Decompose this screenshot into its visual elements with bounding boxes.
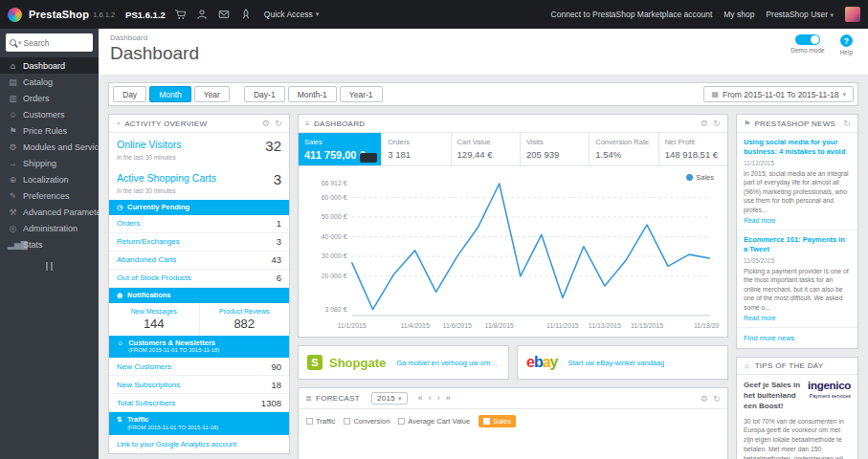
panel-refresh-icon[interactable]: ↻ <box>713 119 721 128</box>
breadcrumb[interactable]: Dashboard <box>110 33 857 42</box>
news-article-title[interactable]: Using social media for your business: 4 … <box>744 138 851 157</box>
customers-row[interactable]: Total Subscribers1308 <box>109 394 289 412</box>
shop-name[interactable]: PS1.6.1.2 <box>125 10 166 20</box>
notification-new-messages[interactable]: New Messages144 <box>109 303 200 336</box>
panel-settings-icon[interactable]: ⚙ <box>701 119 708 128</box>
forecast-legend-traffic[interactable]: Traffic <box>306 417 335 426</box>
forecast-legend-conversion[interactable]: Conversion <box>344 417 389 426</box>
panel-settings-icon[interactable]: ⚙ <box>262 119 270 128</box>
notification-product-reviews[interactable]: Product Reviews882 <box>200 303 290 336</box>
sidebar-item-catalog[interactable]: ▤Catalog <box>0 74 99 90</box>
active-carts-link[interactable]: Active Shopping Carts <box>117 172 216 184</box>
messages-shortcut-icon[interactable] <box>216 7 232 22</box>
sidebar-search[interactable]: ▾ <box>6 33 93 52</box>
customers-row[interactable]: New Customers90 <box>109 358 289 376</box>
metric-tab-sales[interactable]: Sales411 759,00 € <box>299 133 382 165</box>
ebay-link[interactable]: Start uw eBay-winkel vandaag <box>568 359 665 367</box>
shopgate-brand: Shopgate <box>329 356 386 370</box>
pending-row[interactable]: Abandoned Carts43 <box>109 251 289 270</box>
user-menu[interactable]: PrestaShop User ▾ <box>766 10 834 19</box>
filter-button-month[interactable]: Month <box>149 86 191 102</box>
activity-icon: ◔ <box>116 120 121 128</box>
pending-row[interactable]: Out of Stock Products6 <box>109 270 289 288</box>
metric-tab-net-profit[interactable]: Net Profit148 918,51 € <box>659 133 727 165</box>
sidebar-item-label: Administration <box>23 224 78 233</box>
ingenico-brand: ingenico <box>808 381 851 392</box>
metric-value: 3 181 <box>388 149 444 160</box>
forecast-legend-average-cart-value[interactable]: Average Cart Value <box>398 417 470 426</box>
sidebar-item-stats[interactable]: ▂▅▇Stats <box>0 236 99 252</box>
customers-shortcut-icon[interactable] <box>194 7 210 22</box>
news-article-title[interactable]: Ecommerce 101: Payments in a Tweet <box>744 235 851 254</box>
sidebar-item-localization[interactable]: ⊕Localization <box>0 171 99 187</box>
last-year-button[interactable]: » <box>444 394 453 403</box>
panel-refresh-icon[interactable]: ↻ <box>843 119 851 128</box>
help-icon[interactable]: ? <box>840 34 853 47</box>
calendar-icon: ▦ <box>711 90 719 98</box>
date-range-picker[interactable]: ▦ From 2015-11-01 To 2015-11-18 ▾ <box>703 86 854 102</box>
search-input[interactable] <box>24 38 89 48</box>
metric-tab-orders[interactable]: Orders3 181 <box>382 133 451 165</box>
online-visitors-link[interactable]: Online Visitors <box>117 139 182 150</box>
next-year-button[interactable]: › <box>435 394 442 403</box>
chart-legend[interactable]: Sales <box>686 173 714 182</box>
read-more-link[interactable]: Read more <box>744 217 776 224</box>
sidebar: ▾ ⌂Dashboard▤Catalog▥Orders☺Customers⚑Pr… <box>0 29 99 459</box>
svg-text:11/11/2015: 11/11/2015 <box>546 322 579 329</box>
read-more-link[interactable]: Read more <box>744 315 776 321</box>
marketplace-link[interactable]: Connect to PrestaShop Marketplace accoun… <box>551 10 713 19</box>
metric-tab-cart-value[interactable]: Cart Value129,44 € <box>452 133 521 165</box>
filter-button-day-1[interactable]: Day-1 <box>244 86 285 102</box>
first-year-button[interactable]: « <box>416 394 425 403</box>
filter-button-year-1[interactable]: Year-1 <box>340 86 383 102</box>
shipping-icon: → <box>8 159 18 168</box>
previous-year-button[interactable]: ‹ <box>427 394 434 403</box>
find-more-news-link[interactable]: Find more news <box>737 328 857 348</box>
forecast-legend-sales[interactable]: Sales <box>479 415 516 427</box>
filter-button-month-1[interactable]: Month-1 <box>288 86 337 102</box>
google-analytics-link[interactable]: Link to your Google Analytics account <box>109 435 289 453</box>
sidebar-item-preferences[interactable]: ✎Preferences <box>0 187 99 204</box>
sidebar-item-advanced-parameters[interactable]: ⚒Advanced Parameters <box>0 204 99 220</box>
prestashop-logo-icon[interactable] <box>8 8 22 22</box>
metric-label: Cart Value <box>457 138 514 146</box>
brand-name[interactable]: PrestaShop <box>29 9 89 20</box>
ingenico-logo: ingenico Payment services <box>808 381 851 399</box>
caret-down-icon: ▾ <box>316 11 320 18</box>
sidebar-item-shipping[interactable]: →Shipping <box>0 155 99 171</box>
filter-button-day[interactable]: Day <box>113 86 146 102</box>
sidebar-item-dashboard[interactable]: ⌂Dashboard <box>0 57 99 74</box>
sidebar-item-administration[interactable]: ◎Administration <box>0 220 99 236</box>
panel-settings-icon[interactable]: ⚙ <box>701 394 708 404</box>
svg-text:11/13/2015: 11/13/2015 <box>589 322 621 329</box>
metric-tab-conversion-rate[interactable]: Conversion Rate1.54% <box>590 133 658 165</box>
ebay-letter: b <box>534 354 543 370</box>
panel-refresh-icon[interactable]: ↻ <box>275 119 282 128</box>
caret-down-icon: ▾ <box>18 39 22 47</box>
traffic-section-header: ⇅ Traffic (FROM 2015-11-01 TO 2015-11-18… <box>109 412 289 435</box>
pending-row[interactable]: Return/Exchanges3 <box>109 233 289 251</box>
shopgate-link[interactable]: Ga mobiel en verhoog uw omzet <box>396 359 500 367</box>
sidebar-item-label: Advanced Parameters <box>23 208 99 217</box>
sidebar-item-customers[interactable]: ☺Customers <box>0 106 99 122</box>
panel-refresh-icon[interactable]: ↻ <box>713 394 721 404</box>
pending-row[interactable]: Orders1 <box>109 215 289 233</box>
customers-section-header: ☺ Customers & Newsletters (FROM 2015-11-… <box>109 336 289 359</box>
my-shop-link[interactable]: My shop <box>723 10 754 19</box>
demo-mode-toggle[interactable] <box>795 34 820 45</box>
forecast-year-select[interactable]: 2015 ▾ <box>371 392 408 404</box>
customers-value: 90 <box>271 361 281 372</box>
tip-heading: Geef je Sales in het buitenland een Boos… <box>744 381 803 411</box>
customers-row[interactable]: New Subscriptions18 <box>109 376 289 394</box>
sidebar-item-price-rules[interactable]: ⚑Price Rules <box>0 122 99 139</box>
modules-shortcut-icon[interactable] <box>238 7 254 22</box>
metric-tab-visits[interactable]: Visits205 939 <box>521 133 590 165</box>
sidebar-collapse-button[interactable] <box>0 252 99 280</box>
sidebar-item-orders[interactable]: ▥Orders <box>0 90 99 106</box>
sidebar-item-modules-and-services[interactable]: ⚙Modules and Services <box>0 139 99 155</box>
user-avatar[interactable] <box>845 7 860 22</box>
orders-shortcut-icon[interactable] <box>172 7 188 22</box>
svg-text:11/1/2015: 11/1/2015 <box>337 322 366 329</box>
filter-button-year[interactable]: Year <box>194 86 230 102</box>
quick-access-menu[interactable]: Quick Access ▾ <box>264 10 320 19</box>
